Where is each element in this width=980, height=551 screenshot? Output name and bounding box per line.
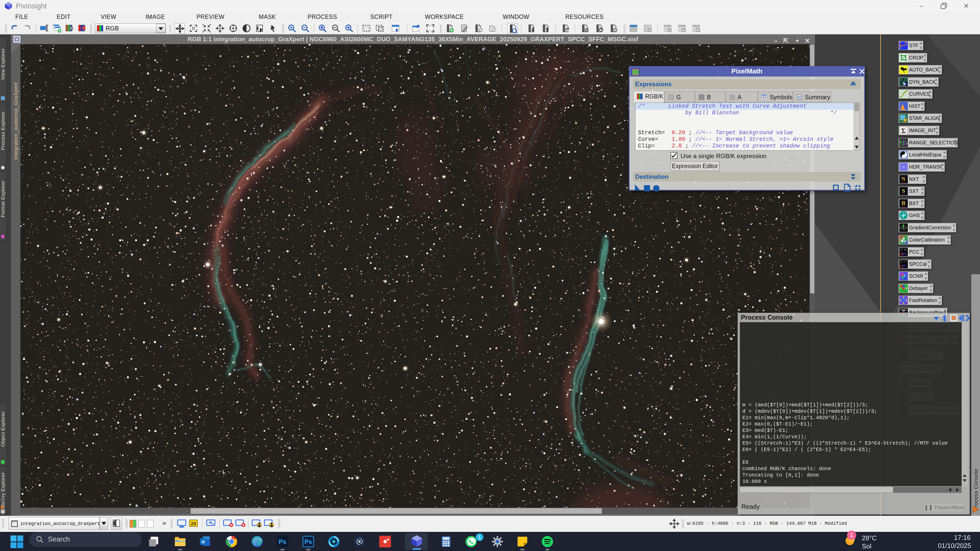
svg-text:o: o bbox=[202, 539, 205, 545]
svg-text:Ps: Ps bbox=[304, 538, 312, 545]
svg-text:BLUR: BLUR bbox=[901, 206, 906, 207]
svg-text:B: B bbox=[902, 200, 905, 206]
svg-text:NOISE: NOISE bbox=[901, 181, 906, 183]
svg-text:S: S bbox=[902, 187, 905, 194]
svg-text:24: 24 bbox=[191, 521, 196, 526]
svg-text:N: N bbox=[901, 176, 905, 182]
svg-text:Ps: Ps bbox=[279, 538, 286, 545]
svg-text:STAR: STAR bbox=[901, 193, 905, 195]
svg-text:Σ: Σ bbox=[901, 127, 906, 135]
